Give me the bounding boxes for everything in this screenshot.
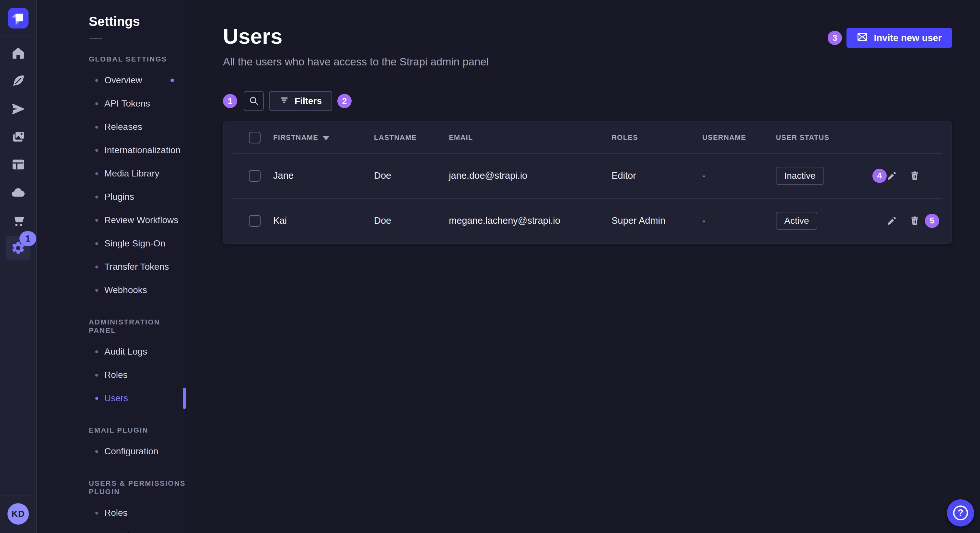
main-nav-rail: 1 KD xyxy=(0,0,37,533)
annotation-badge-5: 5 xyxy=(925,214,939,228)
status-badge: Active xyxy=(776,212,817,230)
table-row[interactable]: Kai Doe megane.lacheny@strapi.io Super A… xyxy=(224,198,951,243)
cell-lastname: Doe xyxy=(374,170,449,181)
content-manager-icon[interactable] xyxy=(6,69,30,93)
cell-roles: Super Admin xyxy=(611,215,702,226)
column-header-email[interactable]: EMAIL xyxy=(449,133,611,142)
sidebar-item-media-library[interactable]: Media Library xyxy=(37,162,186,185)
sidebar-item-overview[interactable]: Overview xyxy=(37,69,186,92)
question-mark-icon: ? xyxy=(953,506,968,520)
sidebar-item-transfer-tokens[interactable]: Transfer Tokens xyxy=(37,255,186,279)
search-icon xyxy=(248,95,259,107)
edit-icon[interactable] xyxy=(886,170,898,182)
strapi-logo[interactable] xyxy=(8,8,29,29)
sidebar-item-internationalization[interactable]: Internationalization xyxy=(37,139,186,162)
bullet-icon xyxy=(95,219,98,222)
cell-email: jane.doe@strapi.io xyxy=(449,170,611,181)
title-divider xyxy=(89,38,102,39)
row-checkbox[interactable] xyxy=(249,215,261,227)
bullet-icon xyxy=(95,265,98,268)
annotation-badge-1: 1 xyxy=(223,94,237,108)
select-all-checkbox[interactable] xyxy=(249,132,261,143)
row-checkbox[interactable] xyxy=(249,170,261,182)
cell-username: - xyxy=(702,215,776,226)
annotation-badge-4: 4 xyxy=(872,169,887,183)
bullet-icon xyxy=(95,289,98,292)
column-header-user-status[interactable]: USER STATUS xyxy=(776,133,886,142)
sidebar-item-api-tokens[interactable]: API Tokens xyxy=(37,92,186,115)
notification-dot-icon xyxy=(170,79,174,82)
settings-icon[interactable]: 1 xyxy=(6,236,30,260)
page-title: Users xyxy=(223,24,489,49)
sidebar-item-plugins[interactable]: Plugins xyxy=(37,185,186,209)
section-heading: EMAIL PLUGIN xyxy=(89,426,186,435)
search-button[interactable] xyxy=(244,91,264,111)
section-heading: USERS & PERMISSIONS PLUGIN xyxy=(89,479,186,496)
column-header-roles[interactable]: ROLES xyxy=(611,133,702,142)
sidebar-item-users[interactable]: Users xyxy=(37,387,186,410)
user-avatar[interactable]: KD xyxy=(8,503,29,525)
column-header-username[interactable]: USERNAME xyxy=(702,133,776,142)
bullet-icon xyxy=(95,351,98,353)
sort-desc-icon xyxy=(323,136,329,140)
bullet-icon xyxy=(95,102,98,105)
bullet-icon xyxy=(95,125,98,128)
main-content: Users All the users who have access to t… xyxy=(186,0,980,533)
sidebar-item-email-configuration[interactable]: Configuration xyxy=(37,440,186,463)
invite-group: 3 Invite new user xyxy=(828,28,952,48)
row-actions: 4 xyxy=(886,153,951,198)
brand-area xyxy=(0,0,36,36)
sidebar-item-up-providers[interactable]: Providers xyxy=(37,525,186,533)
users-table: FIRSTNAME LASTNAME EMAIL ROLES USERNAME … xyxy=(223,121,952,244)
edit-icon[interactable] xyxy=(886,215,898,227)
home-icon[interactable] xyxy=(6,41,30,65)
status-badge: Inactive xyxy=(776,167,824,185)
media-library-icon[interactable] xyxy=(6,124,30,149)
cell-username: - xyxy=(702,170,776,181)
sidebar-item-review-workflows[interactable]: Review Workflows xyxy=(37,209,186,232)
sidebar-item-releases[interactable]: Releases xyxy=(37,115,186,139)
table-row[interactable]: Jane Doe jane.doe@strapi.io Editor - Ina… xyxy=(224,153,951,198)
bullet-icon xyxy=(95,79,98,82)
filter-icon xyxy=(279,95,289,107)
invite-new-user-button[interactable]: Invite new user xyxy=(846,28,952,48)
section-heading: GLOBAL SETTINGS xyxy=(89,55,186,63)
releases-icon[interactable] xyxy=(6,97,30,121)
bullet-icon xyxy=(95,149,98,152)
subnav-section-administration-panel: ADMINISTRATION PANEL Audit Logs Roles Us… xyxy=(37,318,186,410)
bullet-icon xyxy=(95,195,98,198)
subnav-title: Settings xyxy=(89,14,186,29)
annotation-badge-3: 3 xyxy=(828,31,842,45)
subnav-section-users-permissions-plugin: USERS & PERMISSIONS PLUGIN Roles Provide… xyxy=(37,479,186,533)
cloud-icon[interactable] xyxy=(6,180,30,205)
column-header-firstname[interactable]: FIRSTNAME xyxy=(273,133,374,142)
subnav-section-email-plugin: EMAIL PLUGIN Configuration xyxy=(37,426,186,463)
filters-button[interactable]: Filters xyxy=(269,91,332,111)
toolbar: 1 Filters 2 xyxy=(223,91,952,111)
delete-icon[interactable] xyxy=(909,215,920,227)
sidebar-item-audit-logs[interactable]: Audit Logs xyxy=(37,340,186,363)
table-header-row: FIRSTNAME LASTNAME EMAIL ROLES USERNAME … xyxy=(224,122,951,153)
content-type-builder-icon[interactable] xyxy=(6,152,30,177)
annotation-badge-2: 2 xyxy=(337,94,352,108)
help-button[interactable]: ? xyxy=(947,499,974,527)
page-title-block: Users All the users who have access to t… xyxy=(223,24,489,68)
rail-nav: 1 xyxy=(6,41,30,495)
column-header-lastname[interactable]: LASTNAME xyxy=(374,133,449,142)
delete-icon[interactable] xyxy=(909,170,920,182)
page-subtitle: All the users who have access to the Str… xyxy=(223,55,489,68)
sidebar-item-up-roles[interactable]: Roles xyxy=(37,501,186,525)
sidebar-item-webhooks[interactable]: Webhooks xyxy=(37,279,186,302)
sidebar-item-admin-roles[interactable]: Roles xyxy=(37,363,186,387)
rail-footer: KD xyxy=(0,495,36,533)
row-actions: 5 xyxy=(886,198,951,243)
marketplace-icon[interactable] xyxy=(6,208,30,233)
cell-firstname: Kai xyxy=(273,215,374,226)
bullet-icon xyxy=(95,172,98,175)
bullet-icon xyxy=(95,374,98,377)
subnav-section-global-settings: GLOBAL SETTINGS Overview API Tokens Rele… xyxy=(37,55,186,302)
cell-roles: Editor xyxy=(611,170,702,181)
bullet-icon xyxy=(95,242,98,245)
sidebar-item-single-sign-on[interactable]: Single Sign-On xyxy=(37,232,186,255)
bullet-icon xyxy=(95,512,98,514)
